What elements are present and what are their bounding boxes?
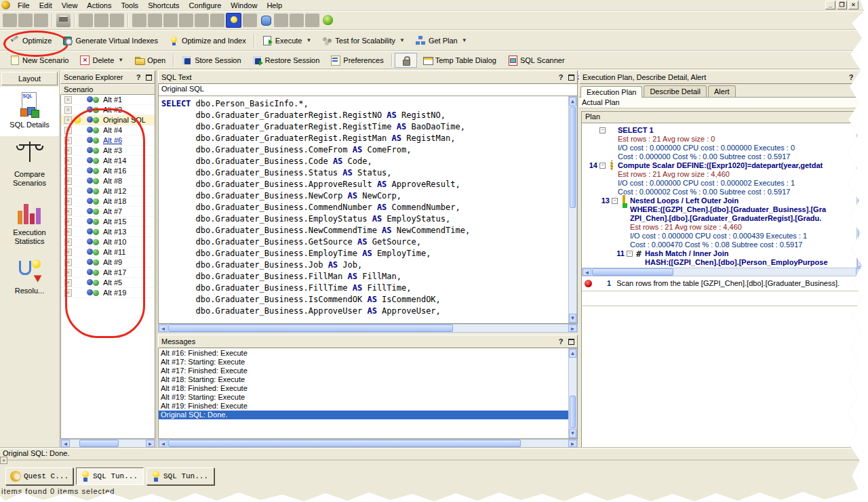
database-icon[interactable] <box>258 14 273 27</box>
menu-shortcuts[interactable]: Shortcuts <box>143 1 184 10</box>
collapse-icon[interactable]: − <box>599 127 606 133</box>
tab-describe-detail[interactable]: Describe Detail <box>644 85 707 97</box>
scenario-row-alt-11[interactable]: ×Alt #11 <box>61 247 155 257</box>
preferences-button[interactable]: Preferences <box>325 53 389 68</box>
scenario-row-alt-3[interactable]: ×Alt #3 <box>61 146 155 156</box>
maximize-icon[interactable] <box>146 75 152 81</box>
collapse-icon[interactable]: − <box>612 198 618 204</box>
delete-button[interactable]: Delete▼ <box>74 53 129 68</box>
exclude-checkbox[interactable]: × <box>64 167 72 175</box>
messages-vscrollbar[interactable]: ▲▼ <box>568 348 577 438</box>
message-row[interactable]: Alt #19: Starting: Execute <box>159 393 577 402</box>
scenario-row-alt-1[interactable]: ×Alt #1 <box>61 95 155 105</box>
scenario-row-alt-6[interactable]: ×Alt #6 <box>61 135 155 146</box>
taskbar-button-2[interactable]: SQL Tun... <box>146 467 214 485</box>
optimize-and-index-button[interactable]: Optimize and Index <box>163 33 252 48</box>
exclude-checkbox[interactable]: × <box>64 208 72 215</box>
scenario-row-alt-14[interactable]: ×Alt #14 <box>61 156 155 166</box>
chevron-down-icon[interactable]: ▼ <box>306 37 311 43</box>
generate-virtual-indexes-button[interactable]: Generate Virtual Indexes <box>57 33 163 48</box>
scenario-row-alt-17[interactable]: ×Alt #17 <box>61 268 155 278</box>
lock-button[interactable] <box>395 53 417 68</box>
close-icon[interactable]: × <box>0 457 7 464</box>
scenario-row-alt-13[interactable]: ×Alt #13 <box>61 227 155 237</box>
sql-hscrollbar[interactable]: ◄ ► <box>158 324 578 333</box>
tab-execution-plan[interactable]: Execution Plan <box>580 86 642 98</box>
scenario-hscrollbar[interactable]: ◄ ► <box>60 439 155 448</box>
sidebar-item-execution-statistics[interactable]: Execution Statistics <box>0 194 59 253</box>
menu-tools[interactable]: Tools <box>116 1 143 10</box>
menu-configure[interactable]: Configure <box>184 1 226 10</box>
menu-view[interactable]: View <box>57 1 83 10</box>
plan-node[interactable]: −SELECT 1Est rows : 21 Avg row size : 0I… <box>583 126 865 161</box>
temp-table-dialog-button[interactable]: Temp Table Dialog <box>417 53 502 68</box>
maximize-icon[interactable] <box>568 75 574 81</box>
plan-vscrollbar[interactable]: ▲▼ <box>856 123 865 268</box>
plan-node[interactable]: 11−#Hash Match / Inner JoinHASH:([GZPI_C… <box>583 249 865 268</box>
sidebar-item-sql-details[interactable]: SQL Details <box>0 87 59 136</box>
menu-actions[interactable]: Actions <box>82 1 116 10</box>
maximize-icon[interactable] <box>568 339 574 345</box>
sql-scanner-button[interactable]: SQL Scanner <box>502 53 570 68</box>
new-scenario-button[interactable]: New Scenario <box>4 53 74 68</box>
exclude-checkbox[interactable]: × <box>64 96 72 104</box>
message-row-selected[interactable]: Original SQL: Done. <box>159 411 577 419</box>
toad-icon[interactable] <box>321 14 335 27</box>
collapse-icon[interactable]: − <box>599 163 606 169</box>
exclude-checkbox[interactable]: × <box>64 279 72 287</box>
scenario-row-alt-18[interactable]: ×Alt #18 <box>61 196 155 207</box>
exclude-checkbox[interactable]: × <box>64 259 72 266</box>
tab-alert[interactable]: Alert <box>708 85 736 97</box>
message-row[interactable]: Alt #17: Starting: Execute <box>159 358 577 367</box>
help-icon[interactable]: ? <box>556 73 566 81</box>
exclude-checkbox[interactable]: × <box>64 117 72 124</box>
messages-hscrollbar[interactable]: ◄ ► <box>158 439 578 448</box>
scenario-row-alt-5[interactable]: ×Alt #5 <box>61 278 155 288</box>
scenario-row-alt-16[interactable]: ×Alt #16 <box>61 166 155 176</box>
sql-text-tab[interactable]: Original SQL <box>158 84 578 96</box>
exclude-checkbox[interactable]: × <box>64 269 72 276</box>
exclude-checkbox[interactable]: × <box>64 157 72 165</box>
exclude-checkbox[interactable]: × <box>64 228 72 236</box>
menu-window[interactable]: Window <box>226 1 262 10</box>
plan-hscrollbar[interactable]: ◄ ► <box>582 268 865 276</box>
highlight-bulb-icon[interactable] <box>226 13 241 28</box>
minimize-button[interactable]: _ <box>825 1 835 9</box>
menu-file[interactable]: File <box>13 1 35 10</box>
scenario-row-original-sql[interactable]: ×Original SQL <box>61 115 155 125</box>
help-icon[interactable]: ? <box>556 337 566 346</box>
exclude-checkbox[interactable]: × <box>64 218 72 226</box>
plan-alert-row[interactable]: 1 Scan rows from the table [GZPI_Chen].[… <box>582 276 865 291</box>
exclude-checkbox[interactable]: × <box>64 106 72 114</box>
sql-code-view[interactable]: SELECT dbo.Person_BasicInfo.*, dbo.Gradu… <box>158 96 578 324</box>
exclude-checkbox[interactable]: × <box>64 137 72 144</box>
store-session-button[interactable]: Store Session <box>176 53 246 68</box>
scenario-row-alt-4[interactable]: ×Alt #4 <box>61 125 155 135</box>
exclude-checkbox[interactable]: × <box>64 188 72 195</box>
chevron-down-icon[interactable]: ▼ <box>118 57 123 63</box>
exclude-checkbox[interactable]: × <box>64 249 72 256</box>
open-button[interactable]: Open <box>129 53 171 68</box>
taskbar-button-0[interactable]: Quest C... <box>5 467 73 485</box>
chevron-down-icon[interactable]: ▼ <box>399 37 405 43</box>
plan-node[interactable]: 14−Compute Scalar DEFINE:([Expr1020]=dat… <box>583 161 865 196</box>
scenario-row-alt-2[interactable]: ×Alt #2 <box>61 105 155 115</box>
message-row[interactable]: Alt #16: Finished: Execute <box>159 349 577 358</box>
menu-edit[interactable]: Edit <box>35 1 57 10</box>
execute-button[interactable]: Execute▼ <box>257 33 317 48</box>
exclude-checkbox[interactable]: × <box>64 289 72 297</box>
scenario-row-alt-15[interactable]: ×Alt #15 <box>61 217 155 227</box>
optimize-button[interactable]: Optimize <box>4 33 57 48</box>
scenario-row-alt-9[interactable]: ×Alt #9 <box>61 257 155 268</box>
exclude-checkbox[interactable]: × <box>64 198 72 205</box>
message-row[interactable]: Alt #18: Starting: Execute <box>159 375 577 384</box>
exclude-checkbox[interactable]: × <box>64 177 72 185</box>
message-row[interactable]: Alt #19: Finished: Execute <box>159 402 577 411</box>
sql-vscrollbar[interactable]: ▲▼ <box>568 96 577 323</box>
plan-tree[interactable]: −SELECT 1Est rows : 21 Avg row size : 0I… <box>582 123 865 268</box>
maximize-icon[interactable] <box>859 75 865 81</box>
scenario-row-alt-10[interactable]: ×Alt #10 <box>61 237 155 247</box>
exclude-checkbox[interactable]: × <box>64 238 72 246</box>
scenario-row-alt-19[interactable]: ×Alt #19 <box>61 288 155 298</box>
scenario-row-alt-8[interactable]: ×Alt #8 <box>61 176 155 186</box>
